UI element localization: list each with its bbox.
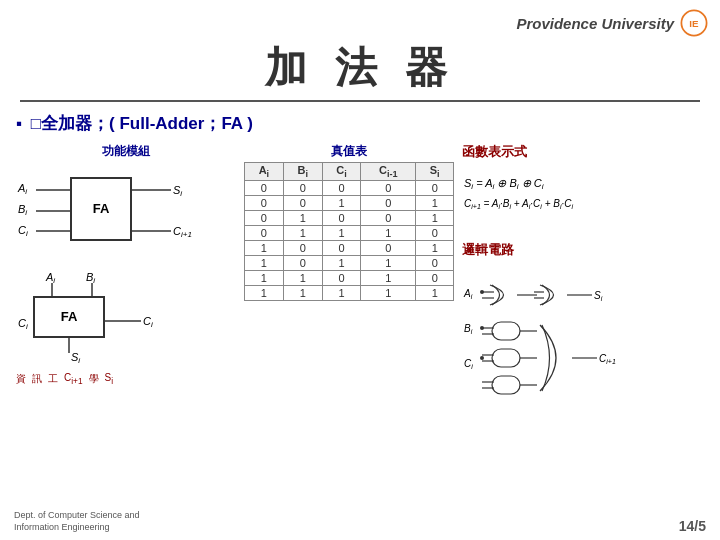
page-title: 加 法 器 <box>0 40 720 96</box>
svg-text:Si = Ai ⊕ Bi ⊕ Ci: Si = Ai ⊕ Bi ⊕ Ci <box>464 177 544 191</box>
truth-table-column: 真值表 Ai Bi Ci Ci-1 Si 0000000101010010111… <box>244 143 454 467</box>
table-row: 10001 <box>245 241 454 256</box>
table-row: 10110 <box>245 256 454 271</box>
svg-text:Ai: Ai <box>17 182 27 196</box>
svg-text:Ci+1 = Ai·Bi + Ai·Ci + Bi·Ci: Ci+1 = Ai·Bi + Ai·Ci + Bi·Ci <box>464 198 574 210</box>
formula-section-title: 函數表示式 <box>462 143 704 161</box>
svg-text:Ci: Ci <box>143 315 153 329</box>
svg-text:Ci: Ci <box>18 224 28 238</box>
diagrams-column: 功能模組 Ai Bi Ci FA Si Ci+1 <box>16 143 236 467</box>
table-row: 00000 <box>245 181 454 196</box>
checkbox-icon: ▪ <box>16 114 22 133</box>
col2-label: 真值表 <box>244 143 454 160</box>
header: Providence University IE <box>0 0 720 40</box>
th-ai: Ai <box>245 163 284 181</box>
logic-circuit-svg: Ai Bi Ci Si <box>462 267 662 467</box>
svg-text:Ai: Ai <box>45 271 55 285</box>
dept-line2: Information Engineering <box>14 521 140 534</box>
svg-text:Ci+1: Ci+1 <box>599 353 616 365</box>
col1-label: 功能模組 <box>16 143 236 160</box>
th-bi: Bi <box>283 163 322 181</box>
main-content: ▪ □全加器；( Full-Adder；FA ) 功能模組 Ai Bi Ci F… <box>0 106 720 467</box>
svg-rect-45 <box>492 376 520 394</box>
svg-rect-41 <box>492 349 520 367</box>
bottom-labels: 資 訊 工 Ci+1 學 Si <box>16 372 236 386</box>
svg-text:Ai: Ai <box>463 288 473 300</box>
svg-text:Bi: Bi <box>464 323 473 335</box>
th-si: Si <box>416 163 454 181</box>
svg-text:FA: FA <box>93 201 110 216</box>
three-column-layout: 功能模組 Ai Bi Ci FA Si Ci+1 <box>16 143 704 467</box>
svg-text:Ci: Ci <box>464 358 473 370</box>
table-row: 00101 <box>245 196 454 211</box>
table-row: 01110 <box>245 226 454 241</box>
table-row: 11111 <box>245 286 454 301</box>
svg-text:IE: IE <box>689 18 699 29</box>
svg-text:Si: Si <box>71 351 80 364</box>
svg-point-52 <box>480 326 484 330</box>
section-title: ▪ □全加器；( Full-Adder；FA ) <box>16 112 704 135</box>
university-name: Providence University <box>516 15 674 32</box>
svg-text:Bi: Bi <box>86 271 95 285</box>
fa-diagram-1: Ai Bi Ci FA Si Ci+1 <box>16 168 226 263</box>
footer: Dept. of Computer Science and Informatio… <box>0 509 720 534</box>
th-ci: Ci <box>322 163 361 181</box>
formula-area: Si = Ai ⊕ Bi ⊕ Ci Ci+1 = Ai·Bi + Ai·Ci +… <box>462 173 704 229</box>
footer-dept: Dept. of Computer Science and Informatio… <box>14 509 140 534</box>
svg-text:Bi: Bi <box>18 203 27 217</box>
svg-point-53 <box>480 356 484 360</box>
formula-svg: Si = Ai ⊕ Bi ⊕ Ci Ci+1 = Ai·Bi + Ai·Ci +… <box>462 173 662 223</box>
truth-table: Ai Bi Ci Ci-1 Si 00000001010100101110100… <box>244 162 454 301</box>
fa-diagram-2: Ai Bi FA Ci Ci Si <box>16 269 226 364</box>
svg-text:Si: Si <box>173 184 182 198</box>
dept-line1: Dept. of Computer Science and <box>14 509 140 522</box>
svg-point-51 <box>480 290 484 294</box>
table-row: 11010 <box>245 271 454 286</box>
divider <box>20 100 700 102</box>
university-logo: IE <box>680 9 708 37</box>
svg-text:Ci: Ci <box>18 317 28 331</box>
th-ci1: Ci-1 <box>361 163 416 181</box>
svg-text:FA: FA <box>61 309 78 324</box>
right-column: 函數表示式 Si = Ai ⊕ Bi ⊕ Ci Ci+1 = Ai·Bi + A… <box>462 143 704 467</box>
logic-section-title: 邏輯電路 <box>462 241 704 259</box>
table-row: 01001 <box>245 211 454 226</box>
svg-rect-37 <box>492 322 520 340</box>
page-number: 14/5 <box>679 518 706 534</box>
svg-text:Si: Si <box>594 290 603 302</box>
svg-text:Ci+1: Ci+1 <box>173 225 192 239</box>
